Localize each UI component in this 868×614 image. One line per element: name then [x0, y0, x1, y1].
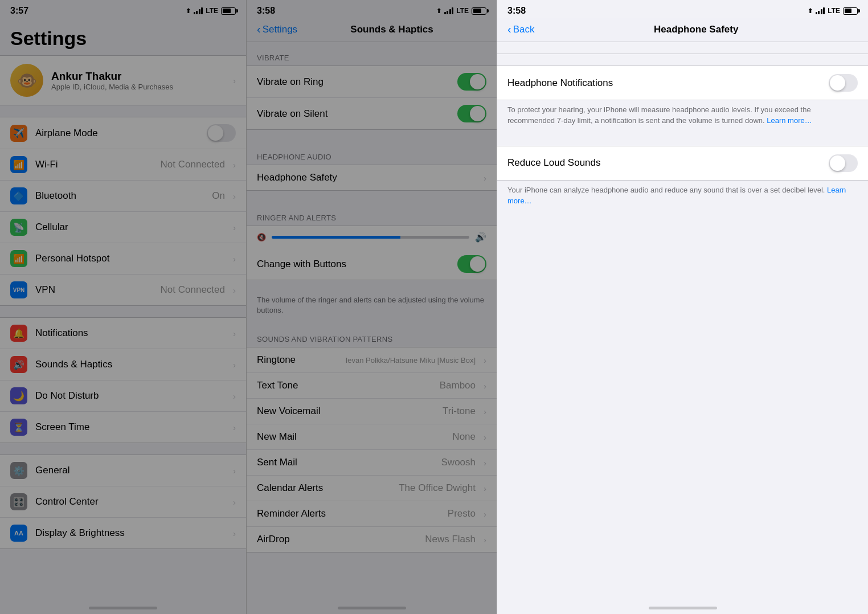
notifications-row[interactable]: 🔔 Notifications ›	[0, 318, 246, 349]
bluetooth-icon: 🔷	[10, 187, 27, 204]
hotspot-row[interactable]: 📶 Personal Hotspot ›	[0, 243, 246, 275]
battery-2	[472, 7, 486, 15]
hotspot-icon: 📶	[10, 250, 27, 267]
new-voicemail-row[interactable]: New Voicemail Tri-tone ›	[247, 399, 497, 424]
reduce-loud-sounds-section: Reduce Loud Sounds	[497, 146, 868, 181]
learn-more-link-2[interactable]: Learn more…	[507, 186, 846, 205]
display-icon: AA	[10, 525, 27, 542]
vpn-value: Not Connected	[161, 284, 225, 296]
ringer-footer: The volume of the ringer and alerts can …	[247, 292, 497, 324]
vibrate-silent-row[interactable]: Vibrate on Silent	[247, 98, 497, 129]
calendar-alerts-label: Calendar Alerts	[257, 482, 391, 494]
sounds-icon: 🔊	[10, 356, 27, 373]
vibrate-silent-toggle[interactable]	[457, 105, 486, 122]
vibrate-ring-toggle[interactable]	[457, 73, 486, 91]
signal-bars-1	[194, 7, 203, 14]
ringtone-label: Ringtone	[257, 354, 338, 366]
notifications-label: Notifications	[35, 328, 225, 339]
user-row[interactable]: 🐵 Ankur Thakur Apple ID, iCloud, Media &…	[0, 55, 246, 105]
display-row[interactable]: AA Display & Brightness ›	[0, 518, 246, 548]
user-chevron: ›	[233, 76, 236, 85]
general-label: General	[35, 465, 225, 476]
status-bar-2: 3:58 ⬆ LTE	[247, 0, 497, 18]
divider-top	[497, 54, 868, 54]
airplane-row[interactable]: ✈️ Airplane Mode	[0, 117, 246, 149]
home-indicator-2	[247, 601, 497, 614]
reduce-loud-sounds-row[interactable]: Reduce Loud Sounds	[497, 146, 868, 180]
headphone-notifications-toggle[interactable]	[829, 74, 858, 92]
airdrop-value: News Flash	[425, 534, 476, 545]
bluetooth-value: On	[212, 190, 225, 202]
dnd-label: Do Not Disturb	[35, 390, 225, 402]
general-row[interactable]: ⚙️ General ›	[0, 455, 246, 486]
wifi-row[interactable]: 📶 Wi-Fi Not Connected ›	[0, 149, 246, 181]
sounds-haptics-row[interactable]: 🔊 Sounds & Haptics ›	[0, 349, 246, 380]
settings-scroll: 🐵 Ankur Thakur Apple ID, iCloud, Media &…	[0, 55, 246, 601]
headphone-back-button[interactable]: ‹ Back	[507, 23, 534, 36]
airdrop-row[interactable]: AirDrop News Flash ›	[247, 527, 497, 552]
status-icons-2: ⬆ LTE	[436, 7, 486, 15]
vibrate-silent-label: Vibrate on Silent	[257, 108, 449, 120]
text-tone-row[interactable]: Text Tone Bamboo ›	[247, 373, 497, 399]
sent-mail-row[interactable]: Sent Mail Swoosh ›	[247, 450, 497, 476]
airplane-icon: ✈️	[10, 125, 27, 142]
headphone-notifications-row[interactable]: Headphone Notifications	[497, 66, 868, 100]
time-3: 3:58	[507, 6, 526, 16]
wifi-label: Wi-Fi	[35, 159, 153, 170]
settings-title: Settings	[0, 18, 246, 55]
learn-more-link-1[interactable]: Learn more…	[767, 116, 812, 125]
time-2: 3:58	[257, 6, 275, 16]
sounds-haptics-panel: 3:58 ⬆ LTE ‹ Settings Sounds & Haptics V…	[246, 0, 497, 614]
sounds-patterns-header: SOUNDS AND VIBRATION PATTERNS	[247, 324, 497, 347]
signal-bars-2	[444, 7, 454, 14]
cellular-icon: 📡	[10, 219, 27, 236]
text-tone-value: Bamboo	[440, 380, 476, 391]
new-mail-row[interactable]: New Mail None ›	[247, 424, 497, 450]
vpn-label: VPN	[35, 284, 153, 296]
airplane-toggle[interactable]	[207, 124, 236, 142]
reminder-alerts-row[interactable]: Reminder Alerts Presto ›	[247, 501, 497, 527]
headphone-safety-title: Headphone Safety	[534, 24, 858, 35]
bluetooth-label: Bluetooth	[35, 190, 204, 202]
vibrate-ring-label: Vibrate on Ring	[257, 76, 449, 88]
wifi-icon: 📶	[10, 156, 27, 173]
lte-badge-2: LTE	[456, 7, 469, 15]
change-buttons-toggle[interactable]	[457, 255, 486, 273]
sounds-nav-bar: ‹ Settings Sounds & Haptics	[247, 18, 497, 42]
volume-slider-container: 🔇 🔊	[247, 226, 497, 248]
control-center-row[interactable]: 🎛️ Control Center ›	[0, 486, 246, 518]
headphone-scroll: Headphone Notifications To protect your …	[497, 42, 868, 601]
sounds-back-button[interactable]: ‹ Settings	[257, 23, 297, 36]
reduce-loud-sounds-footer: Your iPhone can analyze headphone audio …	[497, 181, 868, 215]
settings-panel: 3:57 ⬆ LTE Settings 🐵 Ankur Thakur Apple…	[0, 0, 246, 614]
lte-badge-1: LTE	[206, 7, 218, 15]
change-buttons-label: Change with Buttons	[257, 259, 449, 270]
wifi-value: Not Connected	[161, 159, 225, 170]
calendar-alerts-row[interactable]: Calendar Alerts The Office Dwight ›	[247, 476, 497, 501]
dnd-row[interactable]: 🌙 Do Not Disturb ›	[0, 380, 246, 412]
dnd-icon: 🌙	[10, 387, 27, 404]
signal-bars-3	[816, 7, 825, 14]
vibrate-ring-row[interactable]: Vibrate on Ring	[247, 66, 497, 98]
screentime-row[interactable]: ⏳ Screen Time ›	[0, 412, 246, 443]
reminder-alerts-label: Reminder Alerts	[257, 508, 440, 519]
battery-1	[221, 7, 236, 15]
bluetooth-row[interactable]: 🔷 Bluetooth On ›	[0, 181, 246, 212]
reduce-loud-sounds-toggle[interactable]	[829, 154, 858, 172]
volume-slider-track[interactable]	[272, 236, 469, 239]
user-subtitle: Apple ID, iCloud, Media & Purchases	[51, 83, 225, 91]
control-center-icon: 🎛️	[10, 493, 27, 510]
change-buttons-row[interactable]: Change with Buttons	[247, 248, 497, 280]
new-mail-value: None	[452, 431, 476, 443]
ringtone-row[interactable]: Ringtone Ievan Polkka/Hatsune Miku [Musi…	[247, 347, 497, 373]
headphone-safety-row[interactable]: Headphone Safety ›	[247, 165, 497, 190]
location-icon-1: ⬆	[186, 7, 191, 15]
headphone-notifications-footer: To protect your hearing, your iPhone wil…	[497, 100, 868, 134]
volume-high-icon: 🔊	[475, 232, 486, 243]
reminder-alerts-value: Presto	[448, 508, 476, 519]
lte-badge-3: LTE	[828, 7, 840, 15]
new-mail-label: New Mail	[257, 431, 444, 443]
cellular-row[interactable]: 📡 Cellular ›	[0, 212, 246, 243]
vpn-row[interactable]: VPN VPN Not Connected ›	[0, 275, 246, 305]
display-label: Display & Brightness	[35, 527, 225, 539]
